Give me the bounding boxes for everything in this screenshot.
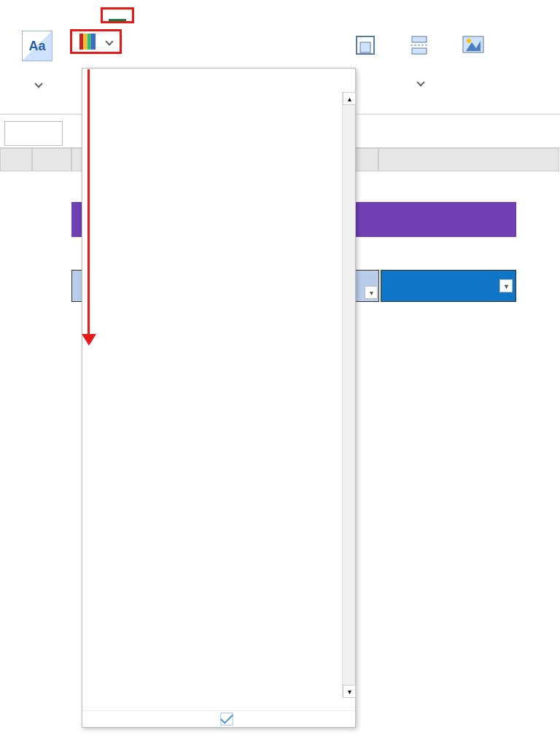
tab-review[interactable]: [201, 7, 235, 23]
sales-header-cell: ▾: [381, 270, 516, 302]
svg-rect-3: [412, 48, 427, 54]
name-box[interactable]: [4, 121, 63, 146]
themes-button[interactable]: Aa: [18, 28, 57, 92]
scroll-up-icon[interactable]: ▴: [343, 92, 356, 105]
filter-dropdown-icon[interactable]: ▾: [499, 279, 513, 292]
themes-icon: Aa: [22, 31, 52, 61]
colors-dropdown-menu: ▴ ▾: [82, 68, 356, 728]
tab-home[interactable]: [34, 7, 67, 23]
print-area-button[interactable]: [345, 28, 386, 65]
watermark: [219, 711, 238, 727]
tab-file[interactable]: [0, 7, 34, 23]
background-icon: [459, 31, 488, 60]
svg-rect-1: [360, 42, 370, 53]
col-header-A[interactable]: [32, 148, 71, 171]
tab-insert[interactable]: [67, 7, 101, 23]
tab-formulas[interactable]: [134, 7, 168, 23]
tab-view[interactable]: [235, 7, 268, 23]
filter-dropdown-icon[interactable]: ▾: [365, 286, 378, 299]
dropdown-scrollbar[interactable]: ▴ ▾: [342, 92, 355, 698]
tab-page-layout[interactable]: [101, 7, 134, 23]
select-all-corner[interactable]: [0, 148, 32, 171]
svg-point-7: [467, 39, 471, 43]
chevron-down-icon: [34, 79, 42, 88]
tab-data[interactable]: [168, 7, 201, 23]
background-button[interactable]: [453, 28, 494, 65]
print-area-icon: [351, 31, 380, 60]
scroll-down-icon[interactable]: ▾: [343, 685, 356, 698]
chevron-down-icon: [105, 37, 113, 45]
colors-swatch-icon: [79, 34, 96, 50]
ribbon-tab-bar: [0, 0, 560, 23]
breaks-icon: [405, 31, 434, 60]
colors-dropdown-button[interactable]: [70, 29, 122, 54]
col-header-D[interactable]: [378, 148, 559, 171]
annotation-arrow: [88, 69, 90, 339]
breaks-button[interactable]: [399, 28, 440, 90]
dropdown-section-header: [82, 69, 355, 79]
svg-rect-2: [412, 36, 427, 42]
annotation-arrow-head: [82, 334, 96, 346]
chevron-down-icon: [416, 78, 424, 86]
